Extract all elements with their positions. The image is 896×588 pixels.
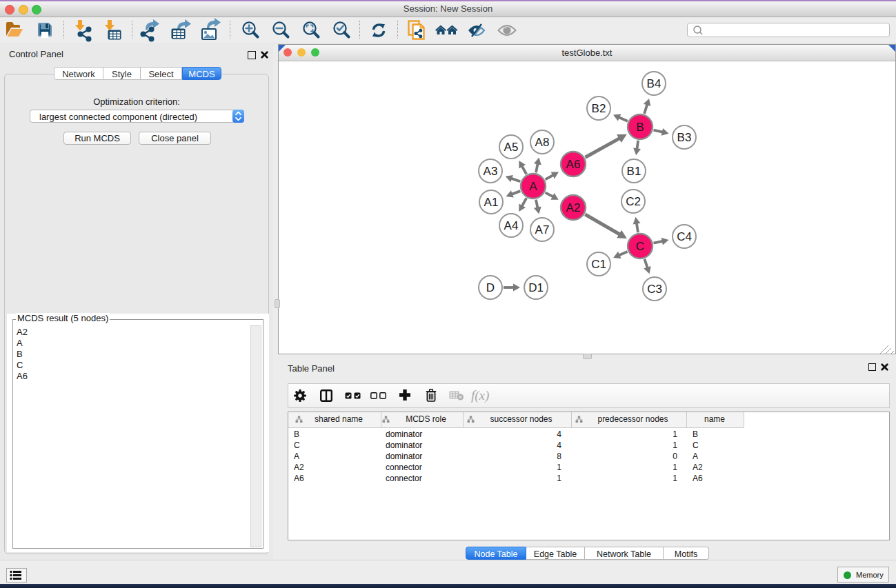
svg-text:A6: A6 xyxy=(566,158,581,171)
svg-text:C1: C1 xyxy=(591,258,606,271)
svg-text:A3: A3 xyxy=(484,165,498,178)
svg-text:A1: A1 xyxy=(484,196,499,209)
svg-text:D1: D1 xyxy=(528,281,544,294)
svg-text:A2: A2 xyxy=(566,201,581,214)
svg-text:C3: C3 xyxy=(647,283,662,296)
svg-text:C: C xyxy=(636,240,644,253)
svg-text:A4: A4 xyxy=(504,219,519,232)
svg-text:B2: B2 xyxy=(592,102,606,115)
svg-text:B4: B4 xyxy=(647,77,661,90)
svg-text:B1: B1 xyxy=(627,165,641,178)
svg-text:A5: A5 xyxy=(504,141,519,154)
svg-text:B: B xyxy=(636,121,644,134)
svg-text:C2: C2 xyxy=(626,195,641,208)
svg-text:A: A xyxy=(529,180,537,193)
svg-text:B3: B3 xyxy=(677,131,692,144)
svg-text:A8: A8 xyxy=(535,136,550,149)
svg-text:C4: C4 xyxy=(677,230,692,243)
svg-text:A7: A7 xyxy=(535,223,550,236)
svg-text:D: D xyxy=(486,281,495,294)
